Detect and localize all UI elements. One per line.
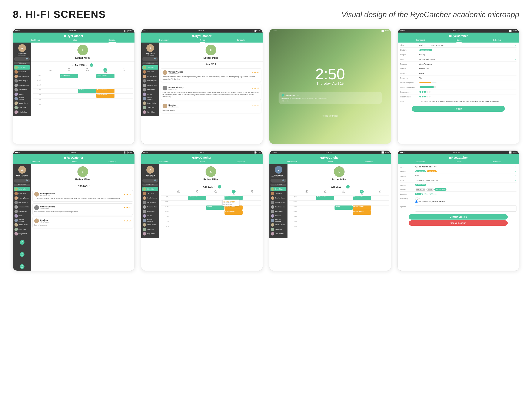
student-item-8-1[interactable]: Jeremiah Stephens: [14, 97, 30, 101]
nav-notes-2[interactable]: Notes: [200, 39, 205, 43]
student-item-dh-6[interactable]: Daisy Holland: [142, 232, 158, 236]
format-pill-one-one[interactable]: One-on-One: [415, 188, 426, 191]
event-problem-6-thu[interactable]: Problem Solving: [225, 206, 243, 210]
search-box-7[interactable]: 🔍: [270, 179, 286, 183]
cal-cell-13-9[interactable]: Writing practice: [60, 74, 78, 79]
event-problem-7-thu[interactable]: Problem Solving: [353, 206, 371, 210]
all-students-btn-2[interactable]: All Students: [142, 62, 158, 64]
agenda-input[interactable]: [415, 205, 517, 212]
nav-schedule-7[interactable]: Schedule: [365, 161, 373, 164]
event-writing-thu[interactable]: Writing practice: [96, 74, 114, 78]
event-reading-wed[interactable]: Reading: [78, 89, 96, 93]
cal-next-1[interactable]: ›: [86, 64, 87, 66]
nav-dashboard-4[interactable]: Dashboard: [416, 39, 425, 43]
student-item-cs-2[interactable]: Claire Smith: [142, 70, 158, 74]
student-item-3-1[interactable]: Beverley Barnes: [14, 74, 30, 78]
add-event-btn-6[interactable]: +: [218, 185, 221, 188]
student-item-cs-7[interactable]: Claire Smith: [270, 191, 286, 196]
student-item-jj-5[interactable]: Juan Jimenez: [14, 209, 30, 214]
app-nav-2[interactable]: Dashboard Notes Schedule: [143, 39, 261, 43]
search-box-2[interactable]: 🔍: [142, 57, 158, 61]
nav-dashboard-1[interactable]: Dashboard: [31, 39, 40, 43]
student-item-mr-2[interactable]: Marc Rodriguez: [142, 79, 158, 83]
student-item-5-1[interactable]: Constance Hicks: [14, 83, 30, 87]
student-item-2-1[interactable]: Claire Smith: [14, 70, 30, 74]
student-item-ch-5[interactable]: Constance Hicks: [14, 205, 30, 209]
student-item-tm-6[interactable]: Tamara Mitchell: [142, 223, 158, 227]
location-pill-others[interactable]: Others: [430, 193, 437, 195]
dot-4[interactable]: [427, 91, 428, 93]
add-event-btn-7[interactable]: +: [346, 185, 350, 188]
add-event-btn-1[interactable]: +: [90, 63, 93, 67]
recurring-no-radio[interactable]: [415, 197, 418, 200]
student-item-js-6[interactable]: Jeremiah Stephens: [142, 218, 158, 223]
app-nav-1[interactable]: Dashboard Notes Schedule: [15, 39, 132, 43]
note-card-reading-5[interactable]: Reading Alma Ferguson ★★★★☆ Last note up…: [32, 216, 133, 228]
cal-cell-15-9[interactable]: Writing practice: [96, 74, 114, 79]
student-item-ch-7[interactable]: Constance Hicks: [270, 205, 286, 209]
app-nav-8[interactable]: Dashboard Notes Schedule: [400, 161, 517, 164]
nav-dashboard-5[interactable]: Dashboard: [31, 161, 40, 164]
student-item-bb-5[interactable]: Beverley Barnes: [14, 196, 30, 200]
nav-schedule-2[interactable]: Schedule: [237, 39, 245, 43]
cal-prev-5[interactable]: ‹: [75, 185, 76, 187]
event-number-thu[interactable]: Number Literacy: [96, 93, 114, 98]
student-item-js-5[interactable]: Jeremiah Stephens: [14, 218, 30, 223]
event-problem-thu[interactable]: Problem Solving: [96, 89, 114, 93]
student-item-active-5[interactable]: Esther Miles: [14, 187, 30, 191]
nav-dashboard-8[interactable]: Dashboard: [416, 161, 425, 164]
event-writing-6-tue[interactable]: Writing practice: [188, 196, 206, 200]
lock-slide-3[interactable]: › slide to unlock: [322, 114, 338, 117]
edit-student-icon-8[interactable]: ✏: [515, 170, 516, 173]
student-item-cl-2[interactable]: Carter Lowe: [142, 105, 158, 110]
all-students-btn-7[interactable]: All Students: [270, 184, 286, 186]
cal-cell-15-12[interactable]: Problem Solving: [96, 89, 114, 93]
nav-notes-4[interactable]: Notes: [456, 39, 462, 43]
student-item-11-1[interactable]: Daisy Holland: [14, 110, 30, 114]
cal-next-7[interactable]: ›: [342, 186, 343, 188]
student-item-active-1[interactable]: Esther Miles: [14, 65, 30, 70]
nav-notes-1[interactable]: Notes: [72, 39, 77, 43]
student-item-ch-2[interactable]: Constance Hicks: [142, 83, 158, 87]
note-card-writing[interactable]: Writing Practice Alma Ferguson ★★★★☆ Tod…: [161, 68, 262, 82]
nav-schedule-5[interactable]: Schedule: [109, 161, 117, 164]
recurring-yes-label[interactable]: Yes: Every Tue/Thu, 04/15/16 - 05/15/16: [415, 200, 517, 203]
dot-3[interactable]: [424, 91, 426, 93]
prep-dot-5[interactable]: [429, 96, 430, 97]
student-item-js-2[interactable]: Jeremiah Stephens: [142, 97, 158, 101]
prep-dot-4[interactable]: [427, 96, 428, 97]
event-writing-7-thu[interactable]: Writing practice: [353, 196, 371, 200]
student-item-cl-7[interactable]: Carter Lowe: [270, 227, 286, 232]
student-item-7-1[interactable]: Toni Hale: [14, 92, 30, 96]
lock-notification-3[interactable]: RyeCatcher now How did your session with…: [279, 92, 382, 104]
search-input-2[interactable]: [144, 58, 154, 60]
event-writing-7-tue[interactable]: Writing practice: [316, 196, 334, 200]
student-item-th-6[interactable]: Toni Hale: [142, 214, 158, 218]
student-item-tm-2[interactable]: Tamara Mitchell: [142, 101, 158, 105]
nav-dashboard-7[interactable]: Dashboard: [287, 161, 297, 164]
search-box-6[interactable]: 🔍: [142, 179, 158, 183]
format-pill-group[interactable]: Group tutoring: [434, 188, 446, 191]
cal-cell-15-1[interactable]: Number Literacy: [96, 93, 114, 98]
event-reading-7-wed[interactable]: Reading: [334, 206, 353, 210]
student-item-active-7[interactable]: Esther Miles: [270, 187, 286, 191]
student-item-th-5[interactable]: Toni Hale: [14, 214, 30, 218]
event-reading-6-wed[interactable]: Reading: [206, 206, 224, 210]
search-box-1[interactable]: 🔍: [14, 57, 30, 61]
student-item-dh-2[interactable]: Daisy Holland: [142, 110, 158, 114]
student-item-tm-7[interactable]: Tamara Mitchell: [270, 223, 286, 227]
search-box-5[interactable]: 🔍: [14, 179, 30, 183]
student-item-cs-5[interactable]: Claire Smith: [14, 191, 30, 196]
student-item-tm-5[interactable]: Tamara Mitchell: [14, 223, 30, 227]
app-nav-5[interactable]: Dashboard Notes Schedule: [15, 161, 132, 164]
student-item-bb-7[interactable]: Beverley Barnes: [270, 196, 286, 200]
cal-next-5[interactable]: ›: [89, 185, 90, 187]
cancel-session-button[interactable]: Cancel Session: [409, 220, 508, 226]
nav-notes-6[interactable]: Notes: [200, 161, 205, 164]
dot-2[interactable]: [422, 91, 423, 93]
student-item-jj-7[interactable]: Juan Jimenez: [270, 209, 286, 214]
student-item-active-6[interactable]: Esther Miles: [142, 187, 158, 191]
format-pill-station[interactable]: Station: [427, 188, 434, 191]
search-input-7[interactable]: [272, 180, 282, 181]
student-item-jj-2[interactable]: Juan Jimenez: [142, 88, 158, 92]
